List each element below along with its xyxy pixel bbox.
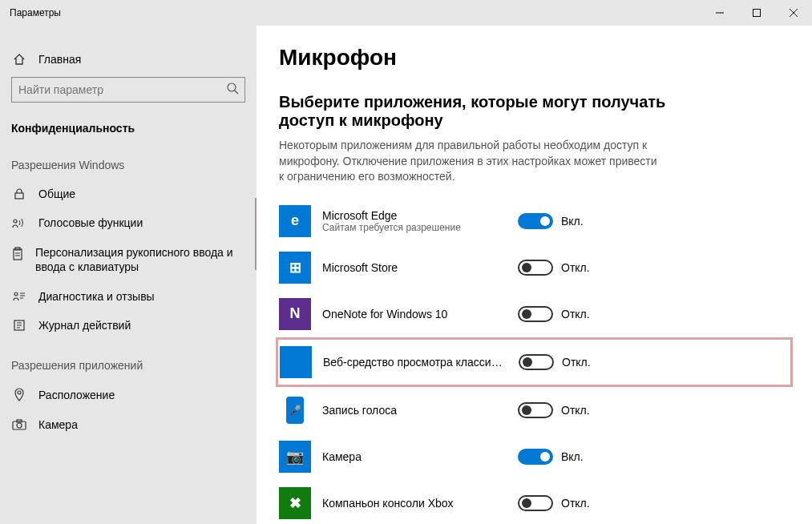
app-name: OneNote for Windows 10 xyxy=(322,308,507,320)
sidebar-item-label: Расположение xyxy=(38,389,115,401)
toggle-label: Откл. xyxy=(562,356,591,369)
app-row: ⊞Microsoft StoreОткл. xyxy=(279,244,793,291)
app-name: Камера xyxy=(322,450,507,463)
app-icon: 🎤 xyxy=(286,397,304,424)
app-name: Microsoft Edge xyxy=(322,209,507,222)
toggle-switch[interactable] xyxy=(518,495,553,511)
titlebar: Параметры xyxy=(0,0,812,26)
search-input[interactable] xyxy=(11,77,245,103)
svg-rect-6 xyxy=(15,193,23,199)
app-name: Microsoft Store xyxy=(322,261,507,274)
app-row: NOneNote for Windows 10Откл. xyxy=(279,291,793,337)
sidebar: Главная Конфиденциальность Разрешения Wi… xyxy=(0,26,257,524)
scroll-indicator xyxy=(255,198,257,270)
lock-icon xyxy=(11,187,27,200)
app-row: ✖Компаньон консоли XboxОткл. xyxy=(279,480,793,524)
sidebar-item-label: Общие xyxy=(38,187,75,200)
sidebar-home-label: Главная xyxy=(38,53,81,66)
section-heading: Выберите приложения, которые могут получ… xyxy=(279,93,696,130)
toggle-switch[interactable] xyxy=(518,306,553,322)
toggle-label: Откл. xyxy=(561,308,590,320)
toggle-label: Вкл. xyxy=(561,450,584,463)
svg-point-4 xyxy=(228,83,236,91)
svg-line-5 xyxy=(235,91,238,94)
minimize-button[interactable] xyxy=(701,0,738,26)
svg-point-12 xyxy=(14,292,18,296)
sidebar-item-diagnostics[interactable]: Диагностика и отзывы xyxy=(0,282,257,311)
sidebar-item-general[interactable]: Общие xyxy=(0,179,257,208)
toggle-switch[interactable] xyxy=(519,354,554,370)
maximize-button[interactable] xyxy=(738,0,775,26)
app-row: 🎤Запись голосаОткл. xyxy=(279,387,793,433)
sidebar-category-label: Конфиденциальность xyxy=(0,111,257,139)
sidebar-item-activity[interactable]: Журнал действий xyxy=(0,311,257,340)
toggle-switch[interactable] xyxy=(518,260,553,276)
app-icon: e xyxy=(279,205,311,237)
app-name: Веб-средство просмотра классиче... xyxy=(323,356,507,369)
app-icon xyxy=(280,346,312,378)
sidebar-item-label: Журнал действий xyxy=(38,319,131,332)
feedback-icon xyxy=(11,290,27,303)
sidebar-group-apps: Разрешения приложений xyxy=(0,340,257,380)
toggle-label: Откл. xyxy=(561,497,590,510)
window-title: Параметры xyxy=(0,7,61,18)
speech-icon xyxy=(11,216,27,229)
app-name: Запись голоса xyxy=(322,404,507,417)
close-button[interactable] xyxy=(775,0,812,26)
location-icon xyxy=(11,388,27,402)
sidebar-item-label: Камера xyxy=(38,418,78,431)
main-content: Микрофон Выберите приложения, которые мо… xyxy=(257,26,812,524)
toggle-switch[interactable] xyxy=(518,402,553,418)
sidebar-item-label: Диагностика и отзывы xyxy=(38,290,155,303)
section-description: Некоторым приложениям для правильной раб… xyxy=(279,138,664,185)
sidebar-item-label: Персонализация рукописного ввода и ввода… xyxy=(35,245,245,274)
camera-icon xyxy=(11,419,27,430)
clipboard-icon xyxy=(11,247,24,261)
toggle-switch[interactable] xyxy=(518,213,553,229)
svg-point-17 xyxy=(18,391,21,394)
app-row: 📷КамераВкл. xyxy=(279,433,793,480)
app-icon: ⊞ xyxy=(279,252,311,284)
app-name: Компаньон консоли Xbox xyxy=(322,497,507,510)
app-row: Веб-средство просмотра классиче...Откл. xyxy=(280,341,784,383)
search-icon xyxy=(226,82,239,97)
sidebar-group-windows: Разрешения Windows xyxy=(0,139,257,179)
app-icon: 📷 xyxy=(279,441,311,473)
sidebar-home[interactable]: Главная xyxy=(0,45,257,74)
toggle-label: Вкл. xyxy=(561,215,584,228)
svg-rect-1 xyxy=(753,10,761,17)
sidebar-item-location[interactable]: Расположение xyxy=(0,380,257,410)
sidebar-item-camera[interactable]: Камера xyxy=(0,410,257,439)
toggle-label: Откл. xyxy=(561,404,590,417)
svg-point-7 xyxy=(14,220,17,223)
app-row: eMicrosoft EdgeСайтам требуется разрешен… xyxy=(279,198,793,244)
svg-rect-8 xyxy=(14,249,22,260)
app-subtext: Сайтам требуется разрешение xyxy=(322,222,507,233)
sidebar-item-label: Голосовые функции xyxy=(38,216,143,229)
toggle-label: Откл. xyxy=(561,261,590,274)
app-icon: ✖ xyxy=(279,487,311,519)
toggle-switch[interactable] xyxy=(518,449,553,465)
sidebar-item-speech[interactable]: Голосовые функции xyxy=(0,208,257,237)
app-icon: N xyxy=(279,298,311,330)
svg-point-19 xyxy=(17,423,22,428)
sidebar-item-inking[interactable]: Персонализация рукописного ввода и ввода… xyxy=(0,237,257,282)
history-icon xyxy=(11,319,27,332)
home-icon xyxy=(11,53,27,66)
page-title: Микрофон xyxy=(279,45,793,71)
